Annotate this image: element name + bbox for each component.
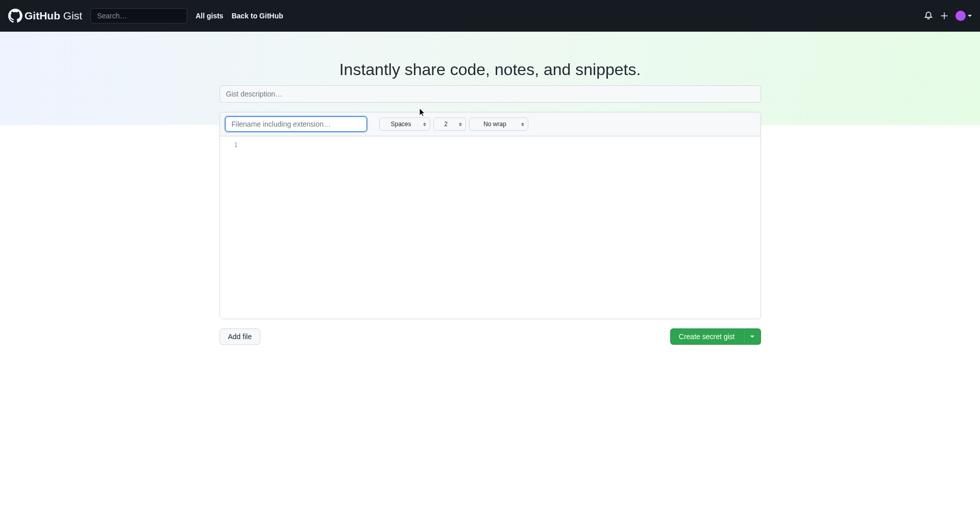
- logo-text-gist: Gist: [63, 10, 82, 21]
- line-number: 1: [234, 141, 238, 149]
- app-header: GitHub Gist All gists Back to GitHub: [0, 0, 980, 32]
- user-menu[interactable]: [955, 11, 972, 21]
- file-header: Spaces 2 No wrap: [220, 112, 761, 136]
- file-editor-box: Spaces 2 No wrap 1: [219, 112, 761, 319]
- chevron-down-icon: [750, 336, 754, 338]
- indent-mode-select-wrap: Spaces: [379, 117, 430, 131]
- create-new-icon[interactable]: [940, 12, 948, 20]
- indent-size-select[interactable]: 2: [433, 117, 466, 131]
- logo-text-github: GitHub: [24, 10, 60, 21]
- wrap-mode-select[interactable]: No wrap: [469, 117, 528, 131]
- nav-back-to-github[interactable]: Back to GitHub: [232, 12, 283, 20]
- hero-title: Instantly share code, notes, and snippet…: [0, 60, 980, 79]
- code-textarea[interactable]: [246, 136, 761, 319]
- main-content: Spaces 2 No wrap 1 Add file C: [211, 85, 769, 345]
- logo-link[interactable]: GitHub Gist: [8, 9, 82, 23]
- nav-all-gists[interactable]: All gists: [195, 12, 223, 20]
- header-left: GitHub Gist All gists Back to GitHub: [8, 8, 283, 23]
- avatar-icon: [955, 11, 966, 21]
- chevron-down-icon: [968, 15, 972, 17]
- line-gutter: 1: [220, 136, 246, 319]
- editor-options: Spaces 2 No wrap: [379, 117, 528, 131]
- create-secret-gist-button[interactable]: Create secret gist: [670, 328, 744, 345]
- github-mark-icon: [8, 9, 22, 23]
- indent-size-select-wrap: 2: [433, 117, 466, 131]
- create-gist-group: Create secret gist: [670, 328, 761, 345]
- search-input[interactable]: [90, 8, 187, 23]
- add-file-button[interactable]: Add file: [219, 328, 261, 345]
- nav-links: All gists Back to GitHub: [195, 12, 283, 20]
- code-editor[interactable]: 1: [220, 136, 761, 319]
- create-gist-dropdown[interactable]: [744, 328, 761, 345]
- notifications-icon[interactable]: [924, 11, 933, 20]
- filename-input[interactable]: [225, 116, 367, 132]
- actions-row: Add file Create secret gist: [219, 328, 761, 345]
- wrap-mode-select-wrap: No wrap: [469, 117, 528, 131]
- gist-description-input[interactable]: [219, 85, 761, 103]
- header-right: [924, 11, 972, 21]
- indent-mode-select[interactable]: Spaces: [379, 117, 430, 131]
